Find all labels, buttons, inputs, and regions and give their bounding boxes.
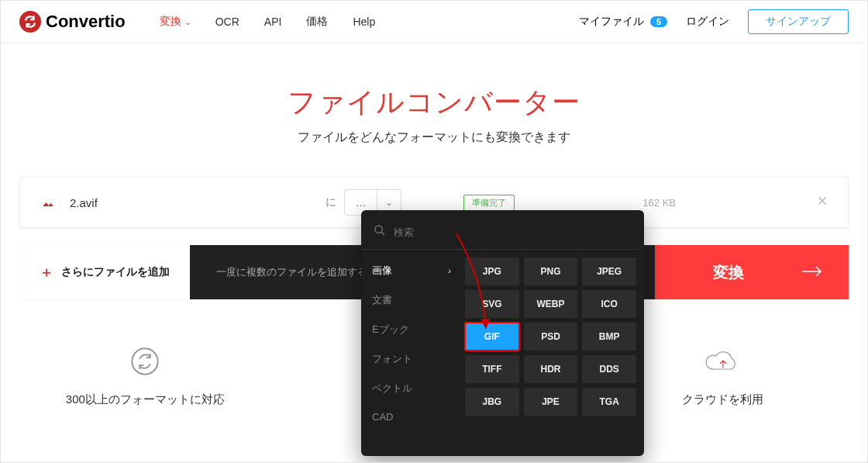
logo-icon [19,11,41,33]
format-option-jpeg[interactable]: JPEG [582,257,636,285]
page-subtitle: ファイルをどんなフォーマットにも変換できます [1,130,867,146]
feature-formats: 300以上のフォーマットに対応 [44,343,246,407]
format-option-svg[interactable]: SVG [465,290,519,318]
nav-convert[interactable]: 変換 ⌄ [160,15,191,29]
cloud-upload-icon [704,343,742,380]
file-name: 2.avif [70,196,326,209]
remove-file-button[interactable] [815,194,829,211]
svg-point-0 [133,348,158,374]
format-option-tga[interactable]: TGA [582,388,636,416]
format-search[interactable] [361,215,639,250]
search-icon [374,224,386,240]
format-option-jpe[interactable]: JPE [524,388,578,416]
format-category-list: 画像›文書EブックフォントベクトルCAD [361,250,462,451]
format-option-ico[interactable]: ICO [582,290,636,318]
add-more-files-button[interactable]: ＋ さらにファイルを追加 [19,245,190,299]
format-option-jbg[interactable]: JBG [465,388,519,416]
nav-help[interactable]: Help [353,15,375,29]
file-size: 162 KB [642,197,676,209]
nav-myfiles[interactable]: マイファイル 5 [579,15,667,29]
format-option-webp[interactable]: WEBP [524,290,578,318]
format-option-png[interactable]: PNG [524,257,578,285]
format-option-tiff[interactable]: TIFF [465,355,519,383]
feature-cloud: クラウドを利用 [622,343,824,407]
myfiles-badge: 5 [650,16,667,27]
format-option-dds[interactable]: DDS [582,355,636,383]
format-option-psd[interactable]: PSD [524,323,578,351]
format-category-item[interactable]: ベクトル [361,374,462,403]
format-category-item[interactable]: Eブック [361,315,462,344]
page-title: ファイルコンバーター [1,84,867,122]
format-category-item[interactable]: 文書 [361,285,462,315]
format-category-item[interactable]: 画像› [361,256,462,285]
format-option-hdr[interactable]: HDR [524,355,578,383]
nav-ocr[interactable]: OCR [215,15,239,29]
nav-pricing[interactable]: 価格 [306,15,328,29]
format-option-gif[interactable]: GIF [465,323,519,351]
convert-to-label: に [326,195,336,209]
feature-cloud-title: クラウドを利用 [622,392,824,407]
nav-api[interactable]: API [264,15,282,29]
convert-button[interactable]: 変換 [655,245,849,299]
format-search-input[interactable] [394,226,524,238]
chevron-down-icon: ⌄ [184,18,191,26]
logo[interactable]: Convertio [19,11,126,33]
status-badge: 準備完了 [463,195,515,211]
logo-text: Convertio [46,12,126,32]
feature-formats-title: 300以上のフォーマットに対応 [44,392,246,407]
svg-point-1 [375,226,382,233]
signup-button[interactable]: サインアップ [748,9,849,34]
main-nav: 変換 ⌄ OCR API 価格 Help [160,15,376,29]
format-category-item[interactable]: フォント [361,344,462,374]
nav-login[interactable]: ログイン [686,15,729,29]
format-option-jpg[interactable]: JPG [465,257,519,285]
file-type-icon [39,193,57,212]
format-dots: ... [345,195,377,209]
plus-icon: ＋ [40,263,53,282]
format-grid: JPGPNGJPEGSVGWEBPICOGIFPSDBMPTIFFHDRDDSJ… [462,250,639,451]
refresh-icon [126,343,164,380]
format-category-item[interactable]: CAD [361,403,462,430]
arrow-right-icon [802,264,822,282]
format-dropdown-panel: 画像›文書EブックフォントベクトルCAD JPGPNGJPEGSVGWEBPIC… [361,210,644,456]
format-option-bmp[interactable]: BMP [582,323,636,351]
